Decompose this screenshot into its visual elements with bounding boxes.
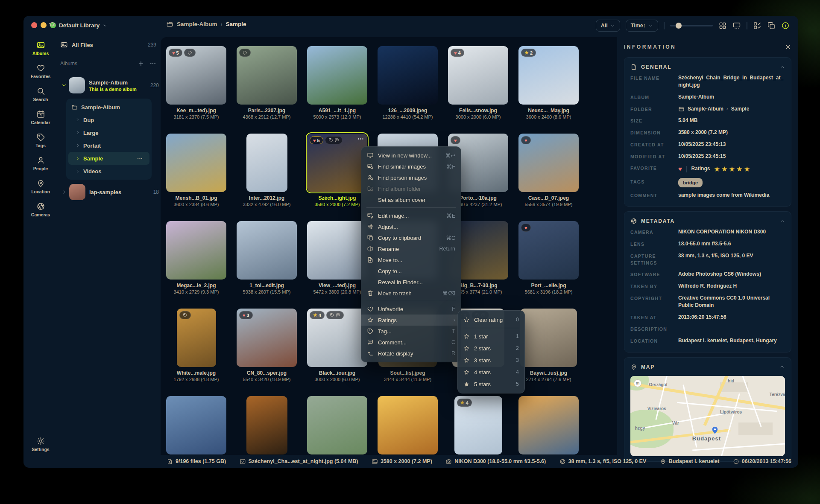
photo-thumbnail[interactable] bbox=[246, 134, 287, 192]
tree-item-more-button[interactable] bbox=[137, 155, 143, 162]
multi-select-icon[interactable] bbox=[753, 21, 761, 30]
menu-item-adjust[interactable]: Adjust... bbox=[361, 221, 461, 232]
tag-pill[interactable]: bridge bbox=[678, 178, 703, 187]
photo-thumbnail[interactable] bbox=[307, 396, 367, 454]
submenu-item-1-star[interactable]: 1 star1 bbox=[458, 330, 524, 342]
submenu-item-2-stars[interactable]: 2 stars2 bbox=[458, 342, 524, 354]
menu-item-edit-image[interactable]: Edit image...⌘E bbox=[361, 210, 461, 221]
grid-view-icon[interactable] bbox=[718, 21, 727, 30]
rail-item-settings[interactable]: Settings bbox=[23, 437, 58, 452]
rail-item-favorites[interactable]: Favorites bbox=[23, 64, 58, 79]
tree-root-sample-album[interactable]: Sample-Album bbox=[68, 101, 149, 114]
photo-cell[interactable]: ♥4Felis...snow.jpg3000 x 2000 (6.0 MP) bbox=[448, 46, 508, 119]
photo-cell[interactable] bbox=[237, 396, 297, 455]
info-icon[interactable] bbox=[781, 21, 790, 30]
sidebar-item-lap-samples[interactable]: lap-samples 18 bbox=[58, 182, 159, 202]
folder-breadcrumb-album[interactable]: Sample-Album bbox=[688, 105, 723, 113]
photo-thumbnail[interactable] bbox=[177, 309, 216, 367]
breadcrumb-folder[interactable]: Sample bbox=[226, 21, 246, 27]
photo-thumbnail[interactable]: ★4 bbox=[307, 309, 367, 367]
photo-thumbnail[interactable]: ♥4 bbox=[448, 46, 508, 105]
photo-thumbnail[interactable] bbox=[166, 134, 226, 192]
photo-thumbnail[interactable] bbox=[520, 309, 577, 367]
minimize-window-button[interactable] bbox=[41, 22, 47, 28]
sort-dropdown[interactable]: Time↑ bbox=[626, 20, 658, 32]
photo-cell[interactable]: ♥Casc...D_07.jpeg5556 x 3574 (19.9 MP) bbox=[518, 134, 579, 207]
library-switcher[interactable]: Default Library bbox=[48, 21, 108, 29]
photo-cell[interactable]: Mensh...B_01.jpg3600 x 2384 (8.6 MP) bbox=[166, 134, 226, 207]
thumbnail-size-slider[interactable] bbox=[670, 25, 713, 26]
rail-item-tags[interactable]: Tags bbox=[23, 133, 58, 148]
photo-thumbnail[interactable] bbox=[246, 396, 287, 454]
photo-thumbnail[interactable]: ♥5 bbox=[166, 46, 226, 105]
photo-more-button[interactable] bbox=[357, 135, 364, 143]
duplicate-icon[interactable] bbox=[767, 21, 776, 30]
photo-cell[interactable]: ★2Neusc..._May.jpg3600 x 2400 (8.6 MP) bbox=[518, 46, 579, 119]
menu-item-copy-to-clipboard[interactable]: Copy to clipboard⌘C bbox=[361, 232, 461, 243]
photo-cell[interactable]: View_...ted).jpg5472 x 3800 (20.8 MP) bbox=[307, 221, 367, 294]
close-window-button[interactable] bbox=[31, 22, 37, 28]
photo-cell[interactable] bbox=[307, 396, 367, 455]
menu-item-reveal-in-finder[interactable]: Reveal in Finder... bbox=[361, 277, 461, 288]
menu-item-tag[interactable]: Tag...T bbox=[361, 326, 461, 337]
menu-item-rotate-display[interactable]: Rotate displayR bbox=[361, 348, 461, 359]
photo-cell[interactable]: Inter...2012.jpg3332 x 4792 (16.0 MP) bbox=[237, 134, 297, 207]
menu-item-unfavorite[interactable]: UnfavoriteF bbox=[361, 303, 461, 315]
menu-item-rename[interactable]: RenameReturn bbox=[361, 243, 461, 254]
rail-item-calendar[interactable]: Calendar bbox=[23, 110, 58, 125]
menu-item-find-album-folder[interactable]: Find album folder bbox=[361, 183, 461, 194]
sidebar-item-all-files[interactable]: All Files 239 bbox=[60, 39, 156, 50]
submenu-item-4-stars[interactable]: 4 stars4 bbox=[458, 366, 524, 378]
photo-thumbnail[interactable]: ♥3 bbox=[237, 309, 297, 367]
menu-item-move-to[interactable]: Move to... bbox=[361, 254, 461, 265]
rail-item-albums[interactable]: Albums bbox=[23, 41, 58, 56]
chevron-down-icon[interactable] bbox=[61, 82, 67, 88]
location-map[interactable]: m hidOrszágútTerézvárosVízivárosLipótvár… bbox=[630, 376, 785, 456]
menu-item-view-in-new-window[interactable]: View in new window...⌘↩ bbox=[361, 150, 461, 161]
tree-item-portait[interactable]: Portait bbox=[68, 139, 149, 152]
menu-item-find-similar-images[interactable]: Find similar images⌘F bbox=[361, 161, 461, 172]
photo-cell[interactable]: ★4Black...iour.jpg3000 x 2000 (6.0 MP) bbox=[307, 309, 367, 382]
submenu-item-5-stars[interactable]: 5 stars5 bbox=[458, 378, 524, 390]
photo-cell[interactable]: ★4 bbox=[448, 396, 508, 455]
photo-thumbnail[interactable]: ♥ bbox=[518, 134, 579, 192]
photo-cell[interactable]: ♥3CN_80...sper.jpg5540 x 3420 (18.9 MP) bbox=[237, 309, 297, 382]
photo-cell[interactable]: ♥5Kee_m...ted).jpg3181 x 2370 (7.5 MP) bbox=[166, 46, 226, 119]
tree-item-large[interactable]: Large bbox=[68, 126, 149, 139]
rail-item-cameras[interactable]: Cameras bbox=[23, 202, 58, 217]
breadcrumb-album[interactable]: Sample-Album bbox=[177, 21, 217, 27]
rail-item-location[interactable]: Location bbox=[23, 179, 58, 194]
rating-stars[interactable]: ★★★★★ bbox=[714, 165, 752, 173]
photo-thumbnail[interactable] bbox=[378, 396, 438, 454]
rail-item-people[interactable]: People bbox=[23, 156, 58, 171]
slideshow-icon[interactable] bbox=[732, 21, 741, 30]
add-album-button[interactable] bbox=[138, 60, 144, 67]
photo-cell[interactable]: ♥Port_...elle.jpg5681 x 3196 (18.2 MP) bbox=[518, 221, 579, 294]
folder-breadcrumb-folder[interactable]: Sample bbox=[731, 105, 750, 113]
photo-thumbnail[interactable] bbox=[166, 221, 226, 280]
photo-cell[interactable] bbox=[166, 396, 226, 455]
filter-dropdown[interactable]: All bbox=[596, 20, 620, 32]
close-icon[interactable] bbox=[785, 44, 791, 50]
photo-thumbnail[interactable]: ★4 bbox=[454, 396, 502, 454]
collapse-icon[interactable] bbox=[779, 364, 785, 370]
chevron-right-icon[interactable] bbox=[62, 189, 67, 195]
tree-item-dup[interactable]: Dup bbox=[68, 114, 149, 126]
photo-cell[interactable] bbox=[518, 396, 579, 455]
rail-item-search[interactable]: Search bbox=[23, 87, 58, 102]
photo-thumbnail[interactable] bbox=[307, 46, 367, 105]
albums-more-button[interactable] bbox=[149, 60, 156, 67]
menu-item-comment[interactable]: Comment...C bbox=[361, 337, 461, 348]
photo-thumbnail[interactable] bbox=[518, 396, 579, 454]
menu-item-find-person-images[interactable]: Find person images bbox=[361, 172, 461, 183]
photo-thumbnail[interactable]: ♥ bbox=[518, 221, 579, 280]
menu-item-set-as-album-cover[interactable]: Set as album cover bbox=[361, 194, 461, 205]
photo-cell[interactable]: A591_...it_1.jpg5000 x 2573 (12.9 MP) bbox=[307, 46, 367, 119]
photo-thumbnail[interactable] bbox=[166, 396, 226, 454]
photo-thumbnail[interactable] bbox=[237, 221, 297, 280]
photo-thumbnail[interactable]: ★2 bbox=[518, 46, 579, 105]
photo-cell[interactable] bbox=[378, 396, 438, 455]
photo-cell[interactable]: Paris...2307.jpg4368 x 2912 (12.7 MP) bbox=[237, 46, 297, 119]
photo-thumbnail[interactable] bbox=[237, 46, 297, 105]
photo-cell[interactable]: Megac...le_2.jpg3410 x 2729 (9.3 MP) bbox=[166, 221, 226, 294]
